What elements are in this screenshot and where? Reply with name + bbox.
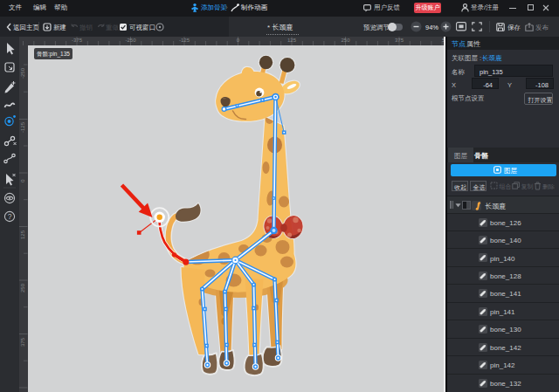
svg-text:0: 0: [237, 38, 240, 43]
svg-text:375: 375: [395, 38, 404, 43]
svg-text:-125: -125: [20, 121, 25, 133]
svg-text:125: 125: [287, 38, 297, 43]
svg-text:125: 125: [20, 230, 25, 239]
svg-text:0: 0: [20, 179, 25, 182]
svg-text:250: 250: [341, 38, 350, 43]
svg-text:-250: -250: [125, 38, 136, 43]
svg-text:-125: -125: [179, 38, 190, 43]
svg-text:250: 250: [20, 283, 25, 292]
svg-text:375: 375: [20, 337, 25, 347]
svg-text:?: ?: [8, 212, 12, 221]
svg-text:-375: -375: [72, 38, 83, 43]
svg-text:-250: -250: [20, 67, 25, 79]
